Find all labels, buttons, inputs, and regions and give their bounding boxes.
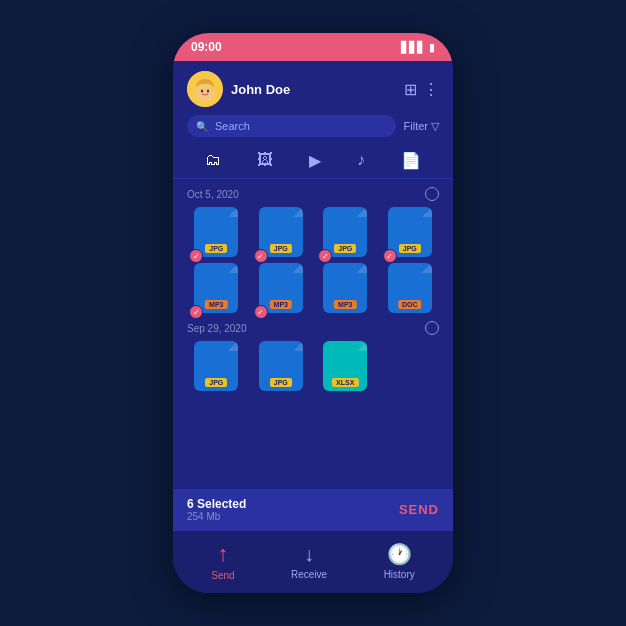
file-item[interactable]: JPG ✓	[381, 207, 440, 257]
avatar-image	[187, 71, 223, 107]
svg-point-4	[201, 90, 203, 93]
date-header-2: Sep 29, 2020	[187, 321, 439, 335]
tab-all[interactable]: 🗂	[199, 149, 227, 172]
status-bar: 09:00 ▋▋▋ ▮	[173, 33, 453, 61]
header: John Doe ⊞ ⋮	[173, 61, 453, 115]
file-grid-1: JPG ✓ JPG ✓ JPG ✓ JPG ✓	[187, 207, 439, 313]
file-item[interactable]: JPG	[187, 341, 246, 391]
grid-icon[interactable]: ⊞	[404, 80, 417, 99]
file-item[interactable]: JPG ✓	[316, 207, 375, 257]
history-nav-label: History	[384, 569, 415, 580]
category-tabs: 🗂 🖼 ▶ ♪ 📄	[173, 145, 453, 179]
selected-bar: 6 Selected 254 Mb SEND	[173, 489, 453, 530]
nav-bar: ↑ Send ↓ Receive 🕐 History	[173, 530, 453, 593]
nav-receive[interactable]: ↓ Receive	[291, 543, 327, 580]
file-item[interactable]: MP3 ✓	[187, 263, 246, 313]
selected-size: 254 Mb	[187, 511, 246, 522]
file-list: Oct 5, 2020 JPG ✓ JPG ✓ JPG ✓	[173, 179, 453, 485]
date-label-1: Oct 5, 2020	[187, 189, 239, 200]
history-nav-icon: 🕐	[387, 542, 412, 566]
file-item[interactable]: MP3 ✓	[252, 263, 311, 313]
status-icons: ▋▋▋ ▮	[401, 41, 435, 54]
search-bar: 🔍 Filter ▽	[187, 115, 439, 137]
header-actions: ⊞ ⋮	[404, 80, 439, 99]
check-badge: ✓	[254, 249, 268, 263]
file-item[interactable]: JPG ✓	[187, 207, 246, 257]
avatar	[187, 71, 223, 107]
selected-info: 6 Selected 254 Mb	[187, 497, 246, 522]
section-select-circle-2[interactable]	[425, 321, 439, 335]
receive-nav-icon: ↓	[304, 543, 314, 566]
file-item[interactable]: JPG	[252, 341, 311, 391]
battery-icon: ▮	[429, 41, 435, 54]
more-options-icon[interactable]: ⋮	[423, 80, 439, 99]
svg-point-5	[207, 90, 209, 93]
nav-history[interactable]: 🕐 History	[384, 542, 415, 580]
selected-count: 6 Selected	[187, 497, 246, 511]
search-input[interactable]	[187, 115, 396, 137]
check-badge: ✓	[254, 305, 268, 319]
tab-video[interactable]: ▶	[303, 149, 327, 172]
receive-nav-label: Receive	[291, 569, 327, 580]
send-nav-icon: ↑	[217, 541, 228, 567]
check-badge: ✓	[383, 249, 397, 263]
tab-audio[interactable]: ♪	[351, 149, 371, 172]
date-label-2: Sep 29, 2020	[187, 323, 247, 334]
tab-doc[interactable]: 📄	[395, 149, 427, 172]
filter-button[interactable]: Filter ▽	[404, 120, 439, 133]
date-section-1: Oct 5, 2020 JPG ✓ JPG ✓ JPG ✓	[187, 187, 439, 313]
main-content: John Doe ⊞ ⋮ 🔍 Filter ▽ 🗂 🖼 ▶ ♪ 📄	[173, 61, 453, 593]
file-item[interactable]: MP3	[316, 263, 375, 313]
file-item[interactable]: JPG ✓	[252, 207, 311, 257]
nav-send[interactable]: ↑ Send	[211, 541, 234, 581]
date-header-1: Oct 5, 2020	[187, 187, 439, 201]
check-badge: ✓	[189, 249, 203, 263]
status-time: 09:00	[191, 40, 222, 54]
search-wrapper: 🔍	[187, 115, 396, 137]
file-item[interactable]: XLSX	[316, 341, 375, 391]
tab-image[interactable]: 🖼	[251, 149, 279, 172]
file-item[interactable]: DOC	[381, 263, 440, 313]
username-label: John Doe	[231, 82, 396, 97]
send-button[interactable]: SEND	[399, 502, 439, 517]
check-badge: ✓	[189, 305, 203, 319]
file-grid-2: JPG JPG XLSX	[187, 341, 439, 391]
check-badge: ✓	[318, 249, 332, 263]
section-select-circle-1[interactable]	[425, 187, 439, 201]
filter-label: Filter	[404, 120, 428, 132]
signal-icon: ▋▋▋	[401, 41, 425, 54]
phone-container: 09:00 ▋▋▋ ▮ John Doe	[173, 33, 453, 593]
send-nav-label: Send	[211, 570, 234, 581]
date-section-2: Sep 29, 2020 JPG JPG XLSX	[187, 321, 439, 391]
filter-icon: ▽	[431, 120, 439, 133]
